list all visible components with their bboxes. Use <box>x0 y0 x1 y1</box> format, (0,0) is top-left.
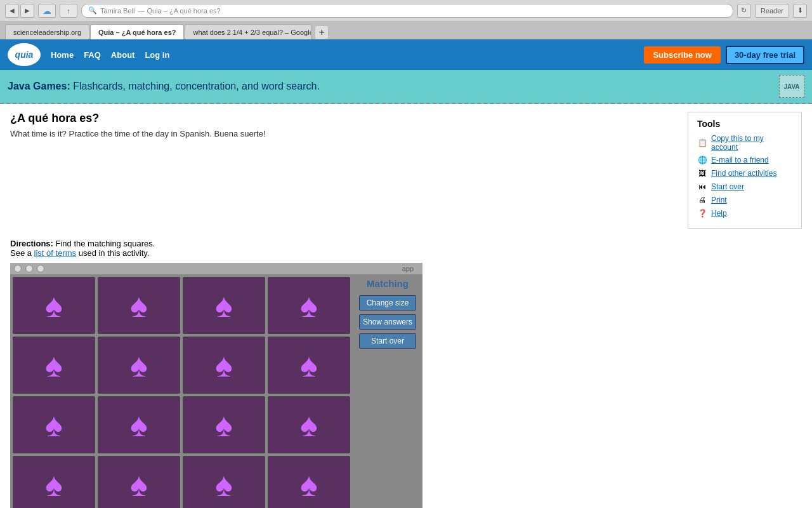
card-8[interactable]: ♠ <box>13 396 95 453</box>
directions-terms: See a list of terms used in this activit… <box>10 248 802 258</box>
show-answers-button[interactable]: Show answers <box>359 314 416 330</box>
subscribe-button[interactable]: Subscribe now <box>644 46 720 64</box>
downloads-button[interactable]: ⬇ <box>793 4 807 18</box>
spade-icon: ♠ <box>130 346 148 384</box>
tools-title: Tools <box>697 119 792 129</box>
reload-button[interactable]: ↻ <box>737 4 751 18</box>
spade-icon: ♠ <box>215 406 233 444</box>
tool-copy: 📋 Copy this to my account <box>697 134 792 152</box>
circle-1 <box>14 265 22 272</box>
print-link[interactable]: Print <box>711 196 727 204</box>
spade-icon: ♠ <box>300 286 318 324</box>
address-bar[interactable]: 🔍 Tamira Bell — Quia – ¿A qué hora es? <box>81 4 733 18</box>
card-10[interactable]: ♠ <box>183 396 265 453</box>
spade-icon: ♠ <box>130 286 148 324</box>
card-11[interactable]: ♠ <box>268 396 350 453</box>
spade-icon: ♠ <box>45 286 63 324</box>
copy-link[interactable]: Copy this to my account <box>711 134 792 152</box>
card-5[interactable]: ♠ <box>98 337 180 394</box>
tab-quia[interactable]: Quia – ¿A qué hora es? <box>90 24 184 39</box>
directions-title-line: Directions: Find the matching squares. <box>10 239 802 248</box>
card-0[interactable]: ♠ <box>13 277 95 334</box>
app-label: app <box>402 265 414 272</box>
spade-icon: ♠ <box>130 465 148 504</box>
card-9[interactable]: ♠ <box>98 396 180 453</box>
left-column: ¿A qué hora es? What time is it? Practic… <box>10 112 678 229</box>
spade-icon: ♠ <box>45 346 63 384</box>
terms-suffix: used in this activity. <box>76 248 149 258</box>
help-link[interactable]: Help <box>711 209 727 218</box>
nav-login[interactable]: Log in <box>145 50 169 60</box>
nav-buttons: ◀ ▶ <box>5 4 34 18</box>
terms-prefix: See a <box>10 248 34 258</box>
start-over-button[interactable]: Start over <box>359 333 416 349</box>
lock-icon: 🔍 <box>88 6 97 15</box>
copy-icon: 📋 <box>697 138 707 148</box>
matching-label: Matching <box>367 278 409 289</box>
site-logo: quia <box>8 43 41 66</box>
card-13[interactable]: ♠ <box>98 456 180 508</box>
email-link[interactable]: E-mail to a friend <box>711 156 769 164</box>
card-15[interactable]: ♠ <box>268 456 350 508</box>
tool-find: 🖼 Find other activities <box>697 168 792 178</box>
help-icon: ❓ <box>697 208 707 218</box>
activity-description: What time is it? Practice the time of th… <box>10 129 678 138</box>
tools-box: Tools 📋 Copy this to my account 🌐 E-mail… <box>688 112 802 229</box>
page: quia Home FAQ About Log in Subscribe now… <box>0 39 812 508</box>
game-inner: ♠♠♠♠♠♠♠♠♠♠♠♠♠♠♠♠ Matching Change size Sh… <box>10 274 422 508</box>
circle-3 <box>37 265 44 272</box>
java-text: Flashcards, matching, concentration, and… <box>70 81 320 91</box>
card-12[interactable]: ♠ <box>13 456 95 508</box>
card-grid: ♠♠♠♠♠♠♠♠♠♠♠♠♠♠♠♠ <box>10 274 353 508</box>
card-14[interactable]: ♠ <box>183 456 265 508</box>
print-icon: 🖨 <box>697 195 707 205</box>
card-3[interactable]: ♠ <box>268 277 350 334</box>
directions: Directions: Find the matching squares. S… <box>10 239 802 258</box>
nav-home[interactable]: Home <box>51 50 74 60</box>
card-7[interactable]: ♠ <box>268 337 350 394</box>
browser-toolbar: ◀ ▶ ☁ ↑ 🔍 Tamira Bell — Quia – ¿A qué ho… <box>0 0 812 22</box>
tool-print: 🖨 Print <box>697 195 792 205</box>
nav-links: Home FAQ About Log in <box>51 50 644 60</box>
address-subtitle: — Quia – ¿A qué hora es? <box>138 7 220 15</box>
reader-button[interactable]: Reader <box>755 4 789 18</box>
spade-icon: ♠ <box>45 406 63 444</box>
new-tab-button[interactable]: + <box>315 25 329 39</box>
main-layout: ¿A qué hora es? What time is it? Practic… <box>10 112 802 229</box>
spade-icon: ♠ <box>215 346 233 384</box>
game-container: app ♠♠♠♠♠♠♠♠♠♠♠♠♠♠♠♠ Matching Change siz… <box>10 263 422 508</box>
content-area: ¿A qué hora es? What time is it? Practic… <box>0 104 812 508</box>
spade-icon: ♠ <box>215 465 233 504</box>
back-button[interactable]: ◀ <box>5 4 19 18</box>
terms-link[interactable]: list of terms <box>34 248 76 258</box>
nav-faq[interactable]: FAQ <box>84 50 101 60</box>
activity-title: ¿A qué hora es? <box>10 112 678 125</box>
tab-scienceleadership[interactable]: scienceleadership.org <box>5 24 89 39</box>
card-2[interactable]: ♠ <box>183 277 265 334</box>
tabs-bar: scienceleadership.org Quia – ¿A qué hora… <box>0 22 812 39</box>
java-banner-text: Java Games: Flashcards, matching, concen… <box>8 81 779 92</box>
tool-help: ❓ Help <box>697 208 792 218</box>
card-6[interactable]: ♠ <box>183 337 265 394</box>
tool-email: 🌐 E-mail to a friend <box>697 155 792 165</box>
find-link[interactable]: Find other activities <box>711 169 776 178</box>
cloud-button[interactable]: ☁ <box>38 4 56 18</box>
share-button[interactable]: ↑ <box>60 4 77 18</box>
spade-icon: ♠ <box>45 465 63 504</box>
free-trial-button[interactable]: 30-day free trial <box>726 46 804 64</box>
directions-bold: Directions: <box>10 239 53 248</box>
card-1[interactable]: ♠ <box>98 277 180 334</box>
java-icon: JAVA <box>779 75 804 98</box>
java-bold: Java Games: <box>8 81 70 91</box>
tab-google[interactable]: what does 2 1/4 + 2/3 equal? – Google Se… <box>185 24 311 39</box>
circle-2 <box>25 265 33 272</box>
address-text: Tamira Bell <box>100 7 134 15</box>
nav-about[interactable]: About <box>111 50 135 60</box>
card-4[interactable]: ♠ <box>13 337 95 394</box>
spade-icon: ♠ <box>300 406 318 444</box>
game-sidebar: Matching Change size Show answers Start … <box>353 274 422 508</box>
forward-button[interactable]: ▶ <box>20 4 34 18</box>
startover-link[interactable]: Start over <box>711 182 744 191</box>
change-size-button[interactable]: Change size <box>359 295 416 311</box>
directions-text: Find the matching squares. <box>53 239 155 248</box>
